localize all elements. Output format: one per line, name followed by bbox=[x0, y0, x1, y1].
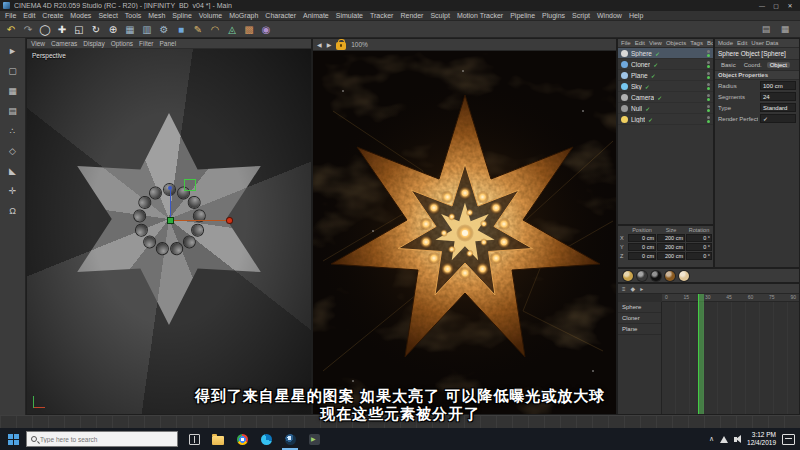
attribute-tab[interactable]: Coord. bbox=[741, 62, 765, 68]
rotation-field[interactable]: 0 ° bbox=[686, 234, 712, 242]
x-axis-handle[interactable] bbox=[170, 220, 230, 221]
enabled-check-icon[interactable] bbox=[657, 94, 662, 101]
taskbar-search-input[interactable] bbox=[40, 436, 173, 443]
viewport-menu-item[interactable]: View bbox=[31, 40, 45, 47]
menu-item[interactable]: Modes bbox=[70, 12, 91, 19]
menu-item[interactable]: Character bbox=[265, 12, 296, 19]
task-view-icon[interactable] bbox=[182, 428, 206, 450]
menu-item[interactable]: Animate bbox=[303, 12, 329, 19]
attribute-tab[interactable]: Object bbox=[767, 62, 790, 68]
close-button[interactable]: ✕ bbox=[783, 1, 797, 11]
start-button[interactable] bbox=[0, 428, 26, 450]
menu-item[interactable]: Volume bbox=[199, 12, 222, 19]
size-field[interactable]: 200 cm bbox=[657, 252, 685, 260]
object-row[interactable]: Cloner bbox=[618, 59, 713, 70]
coordinate-system-icon[interactable]: ⊕ bbox=[105, 22, 121, 37]
menu-item[interactable]: Spline bbox=[172, 12, 191, 19]
visibility-dots[interactable] bbox=[707, 94, 710, 101]
object-row[interactable]: Camera bbox=[618, 92, 713, 103]
menu-item[interactable]: Simulate bbox=[336, 12, 363, 19]
viewport-menu-item[interactable]: Cameras bbox=[51, 40, 77, 47]
perspective-viewport[interactable]: ViewCamerasDisplayOptionsFilterPanel Per… bbox=[26, 38, 312, 415]
object-manager-menu-item[interactable]: Bookmarks bbox=[707, 40, 713, 46]
action-center-icon[interactable] bbox=[782, 434, 795, 445]
render-settings-icon[interactable]: ⚙ bbox=[156, 22, 172, 37]
object-row[interactable]: Light bbox=[618, 114, 713, 125]
cube-primitive-icon[interactable]: ■ bbox=[173, 22, 189, 37]
size-field[interactable]: 200 cm bbox=[657, 234, 685, 242]
scale-tool-icon[interactable]: ◱ bbox=[71, 22, 87, 37]
maximize-button[interactable]: ▢ bbox=[769, 1, 783, 11]
menu-item[interactable]: Edit bbox=[23, 12, 35, 19]
attribute-field[interactable]: ✓ bbox=[760, 114, 796, 123]
enabled-check-icon[interactable] bbox=[645, 105, 650, 112]
visibility-dots[interactable] bbox=[707, 116, 710, 123]
attribute-field[interactable]: 100 cm bbox=[760, 81, 796, 90]
enabled-check-icon[interactable] bbox=[645, 83, 650, 90]
object-row[interactable]: Null bbox=[618, 103, 713, 114]
material-thumbnail[interactable] bbox=[651, 271, 661, 281]
menu-item[interactable]: Plugins bbox=[542, 12, 565, 19]
undo-icon[interactable]: ↶ bbox=[3, 22, 19, 37]
position-field[interactable]: 0 cm bbox=[628, 243, 656, 251]
viewport-menu-item[interactable]: Filter bbox=[139, 40, 153, 47]
menu-item[interactable]: Sculpt bbox=[430, 12, 449, 19]
gizmo-center-handle[interactable] bbox=[167, 217, 174, 224]
menu-item[interactable]: Window bbox=[597, 12, 622, 19]
attribute-menu-item[interactable]: Edit bbox=[737, 40, 747, 46]
media-player-icon[interactable] bbox=[302, 428, 326, 450]
enabled-check-icon[interactable] bbox=[648, 116, 653, 123]
cinema4d-taskbar-icon[interactable] bbox=[278, 428, 302, 450]
keyframe-icon[interactable] bbox=[631, 285, 636, 292]
next-frame-icon[interactable] bbox=[327, 41, 332, 48]
visibility-dots[interactable] bbox=[707, 72, 710, 79]
size-field[interactable]: 200 cm bbox=[657, 243, 685, 251]
viewport-menu-item[interactable]: Options bbox=[111, 40, 133, 47]
move-tool-icon[interactable]: ✚ bbox=[54, 22, 70, 37]
mograph-icon[interactable]: ◬ bbox=[224, 22, 240, 37]
material-thumbnail[interactable] bbox=[679, 271, 689, 281]
points-mode-icon[interactable]: ∴ bbox=[5, 124, 21, 138]
spline-arc-icon[interactable]: ◠ bbox=[207, 22, 223, 37]
chrome-icon[interactable] bbox=[230, 428, 254, 450]
snap-magnet-icon[interactable]: Ω bbox=[5, 204, 21, 218]
taskbar-search[interactable] bbox=[26, 431, 178, 447]
zoom-level[interactable]: 100% bbox=[351, 41, 368, 48]
rotation-field[interactable]: 0 ° bbox=[686, 252, 712, 260]
object-row[interactable]: Plane bbox=[618, 70, 713, 81]
menu-item[interactable]: Help bbox=[629, 12, 643, 19]
sphere-thumb[interactable] bbox=[133, 209, 145, 221]
menu-item[interactable]: Tools bbox=[125, 12, 141, 19]
enabled-check-icon[interactable] bbox=[653, 61, 658, 68]
material-thumbnail[interactable] bbox=[623, 271, 633, 281]
menu-item[interactable]: Mesh bbox=[148, 12, 165, 19]
redo-icon[interactable]: ↷ bbox=[20, 22, 36, 37]
object-manager-menu-item[interactable]: Objects bbox=[666, 40, 686, 46]
file-explorer-icon[interactable] bbox=[206, 428, 230, 450]
viewport-menu-item[interactable]: Panel bbox=[160, 40, 177, 47]
dope-menu-icon[interactable] bbox=[622, 286, 626, 292]
attribute-field[interactable]: Standard bbox=[760, 103, 796, 112]
render-viewport[interactable]: 100% bbox=[312, 38, 617, 415]
object-row[interactable]: Sphere bbox=[618, 48, 713, 59]
material-thumbnail[interactable] bbox=[665, 271, 675, 281]
menu-item[interactable]: Pipeline bbox=[510, 12, 535, 19]
attribute-menu-item[interactable]: User Data bbox=[751, 40, 778, 46]
volume-icon[interactable]: ▩ bbox=[241, 22, 257, 37]
timeline-track[interactable]: Sphere bbox=[618, 302, 661, 313]
visibility-dots[interactable] bbox=[707, 105, 710, 112]
y-axis-handle[interactable] bbox=[170, 190, 171, 220]
workplane-icon[interactable]: ▤ bbox=[5, 104, 21, 118]
taskbar-clock[interactable]: 3:12 PM 12/4/2019 bbox=[747, 431, 776, 447]
edges-mode-icon[interactable]: ◇ bbox=[5, 144, 21, 158]
attribute-field[interactable]: 24 bbox=[760, 92, 796, 101]
simulate-icon[interactable]: ◉ bbox=[258, 22, 274, 37]
render-view-icon[interactable]: ▦ bbox=[122, 22, 138, 37]
enabled-check-icon[interactable] bbox=[655, 50, 660, 57]
menu-item[interactable]: Motion Tracker bbox=[457, 12, 503, 19]
y-axis-dot[interactable] bbox=[168, 186, 172, 190]
position-field[interactable]: 0 cm bbox=[628, 234, 656, 242]
viewport-menu-item[interactable]: Display bbox=[83, 40, 104, 47]
menu-item[interactable]: Script bbox=[572, 12, 590, 19]
rotation-field[interactable]: 0 ° bbox=[686, 243, 712, 251]
